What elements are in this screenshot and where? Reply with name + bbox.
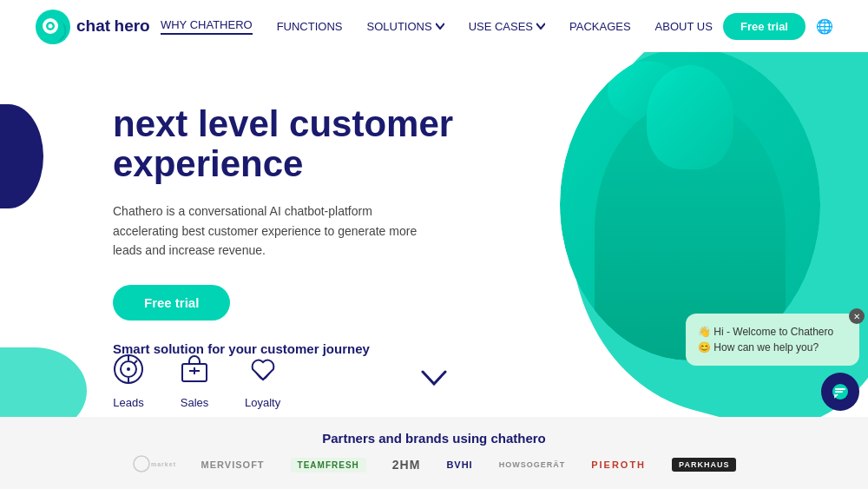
chat-widget: ✕ 👋 Hi - Welcome to Chathero 😊 How can w…	[686, 314, 859, 411]
hero-title-line2: experience	[113, 143, 303, 184]
logo-text: chat hero	[76, 17, 150, 36]
partner-logo-mervisoft: MERVISOFT	[201, 459, 265, 470]
chat-close-button[interactable]: ✕	[849, 308, 865, 324]
sales-icon	[179, 354, 210, 391]
nav-functions[interactable]: FUNCTIONS	[277, 20, 343, 33]
blob-dark-left	[0, 104, 43, 208]
logo[interactable]: chat hero	[35, 9, 150, 43]
leads-icon	[113, 354, 144, 391]
hero-title: next level customer experience	[113, 104, 453, 184]
main-nav: WHY CHATHERO FUNCTIONS SOLUTIONS USE CAS…	[161, 18, 713, 35]
svg-point-3	[49, 24, 53, 29]
chat-open-button[interactable]	[821, 373, 859, 411]
nav-about-us[interactable]: ABOUT US	[655, 20, 713, 33]
nav-why-chathero[interactable]: WHY CHATHERO	[161, 18, 253, 35]
svg-line-9	[134, 360, 137, 364]
partners-section: Partners and brands using chathero marke…	[0, 417, 868, 489]
header: chat hero WHY CHATHERO FUNCTIONS SOLUTIO…	[0, 0, 868, 52]
features-row: Leads Sales	[113, 354, 453, 409]
hero-content: next level customer experience Chathero …	[113, 104, 453, 409]
partner-logo-howsogeraet: HOWSOGERÄT	[499, 460, 566, 469]
free-trial-button[interactable]: Free trial	[723, 13, 806, 40]
partner-logo-marketing: marketing	[132, 454, 175, 475]
nav-right: Free trial 🌐	[723, 13, 833, 40]
loyalty-icon	[247, 354, 279, 391]
scroll-down-chevron[interactable]	[421, 368, 447, 391]
chat-bubble: ✕ 👋 Hi - Welcome to Chathero 😊 How can w…	[686, 314, 859, 366]
partner-logo-bvhi: BVHI	[446, 459, 472, 470]
language-globe-button[interactable]: 🌐	[816, 18, 833, 35]
nav-solutions[interactable]: SOLUTIONS	[367, 20, 444, 33]
partner-logo-teamfresh: TEAMFRESH	[291, 458, 366, 472]
feature-loyalty: Loyalty	[245, 354, 280, 409]
leads-label: Leads	[113, 396, 143, 409]
partner-logo-parkhaus: PARKHAUS	[672, 458, 736, 472]
partner-logo-pieroth: PIEROTH	[591, 459, 646, 470]
logo-icon-container	[35, 9, 69, 43]
blob-teal-bottom-left	[0, 347, 87, 417]
chat-message: 👋 Hi - Welcome to Chathero 😊 How can we …	[698, 326, 833, 354]
nav-use-cases[interactable]: USE CASES	[469, 20, 545, 33]
svg-text:marketing: marketing	[151, 461, 175, 468]
svg-point-6	[127, 367, 130, 371]
logo-hero: hero	[115, 17, 150, 35]
partners-title: Partners and brands using chathero	[322, 431, 546, 446]
nav-packages[interactable]: PACKAGES	[569, 20, 631, 33]
smart-solution: Smart solution for your customer journey	[113, 341, 370, 356]
loyalty-label: Loyalty	[245, 396, 280, 409]
partners-logos-row: marketing MERVISOFT TEAMFRESH 2HM BVHI H…	[132, 454, 737, 475]
sales-label: Sales	[181, 396, 209, 409]
svg-point-13	[134, 456, 149, 472]
feature-sales: Sales	[179, 354, 210, 409]
logo-chat: chat	[76, 17, 110, 35]
hero-description: Chathero is a conversational AI chatbot-…	[113, 202, 425, 260]
hero-title-line1: next level customer	[113, 103, 453, 144]
feature-leads: Leads	[113, 354, 144, 409]
hero-free-trial-button[interactable]: Free trial	[113, 285, 230, 320]
partner-logo-2hm: 2HM	[392, 458, 421, 472]
